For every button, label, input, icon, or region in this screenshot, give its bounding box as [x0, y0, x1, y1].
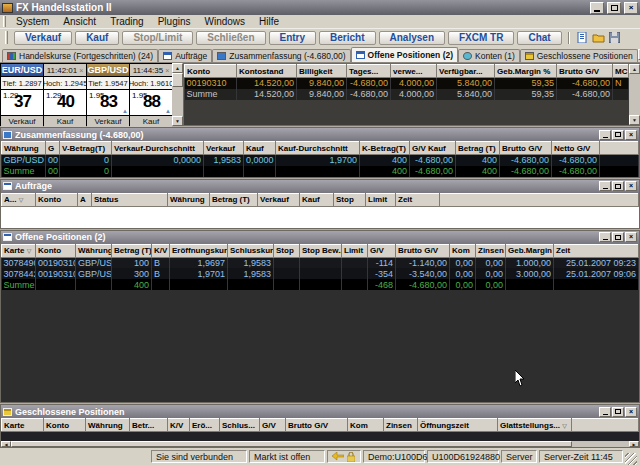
stop-limit-button[interactable]: Stop/Limit: [122, 31, 193, 45]
col-kv[interactable]: K/V: [152, 244, 170, 257]
bericht-button[interactable]: Bericht: [319, 31, 375, 45]
sell-price-button[interactable]: 1.2937: [1, 90, 43, 115]
col-konto[interactable]: Konto: [36, 244, 76, 257]
col-verkauf[interactable]: Verkauf: [258, 193, 300, 206]
col-schluss[interactable]: Schlus...: [220, 419, 260, 432]
minimize-button[interactable]: [599, 407, 611, 417]
col-schlusskurs[interactable]: Schlusskurs: [228, 244, 274, 257]
col-billigkeit[interactable]: Billigkeit: [297, 65, 347, 78]
scroll-down-icon[interactable]: ▼: [629, 115, 640, 125]
scroll-up-icon[interactable]: ▲: [629, 64, 640, 74]
closed-positions-hscrollbar[interactable]: ◀ ▶: [1, 441, 639, 447]
col-a-sort[interactable]: A... ▽: [2, 193, 36, 206]
col-status[interactable]: Status: [92, 193, 168, 206]
col-brutto-gv[interactable]: Brutto G/V: [286, 419, 348, 432]
toolbar-grip[interactable]: [5, 31, 8, 45]
position-row[interactable]: 3078442 00190310 GBP/USD 300 B 1,9701 1,…: [2, 268, 639, 279]
menu-hilfe[interactable]: Hilfe: [252, 16, 286, 27]
col-k-betrag[interactable]: K-Betrag(T): [360, 142, 410, 155]
quote-close-icon[interactable]: ×: [79, 67, 83, 74]
col-brutto-gv[interactable]: Brutto G/V: [500, 142, 552, 155]
col-karte[interactable]: Karte ▽: [2, 244, 36, 257]
minimize-button[interactable]: [590, 2, 604, 14]
col-waehrung[interactable]: Währung: [168, 193, 210, 206]
buy-price-button[interactable]: 1.9588 ▲: [130, 90, 172, 115]
col-oeffnungszeit[interactable]: Öffnungszeit: [418, 419, 498, 432]
col-geb-margin[interactable]: Geb.Margin: [506, 244, 554, 257]
scroll-down-icon[interactable]: ▼: [172, 116, 183, 126]
scroll-left-icon[interactable]: ◀: [1, 441, 11, 447]
col-verkauf[interactable]: Verkauf: [204, 142, 244, 155]
close-button[interactable]: ×: [625, 407, 637, 417]
save-icon[interactable]: [608, 32, 621, 44]
col-stop-bew[interactable]: Stop Bew...: [300, 244, 342, 257]
col-kauf[interactable]: Kauf: [300, 193, 334, 206]
menu-trading[interactable]: Trading: [103, 16, 151, 27]
col-tages[interactable]: Tages...: [347, 65, 391, 78]
tab-offene-positionen[interactable]: Offene Positionen (2): [351, 47, 458, 62]
tab-konten[interactable]: Konten (1): [458, 49, 520, 62]
col-stop[interactable]: Stop: [274, 244, 300, 257]
col-gv[interactable]: G/V: [260, 419, 286, 432]
col-eroeffnung[interactable]: Erö...: [190, 419, 220, 432]
buy-price-button[interactable]: 1.2940: [44, 90, 86, 115]
col-verfuegbar[interactable]: Verfügbar...: [437, 65, 495, 78]
col-kom[interactable]: Kom: [450, 244, 476, 257]
tab-zusammenfassung[interactable]: Zusammenfassung (-4.680,00): [212, 49, 350, 62]
col-waehrung[interactable]: Währung: [2, 142, 46, 155]
col-brutto-gv[interactable]: Brutto G/V: [557, 65, 613, 78]
resize-grip[interactable]: [625, 453, 637, 465]
col-mc[interactable]: MC: [613, 65, 629, 78]
col-verwendet[interactable]: verwe...: [391, 65, 437, 78]
col-verkauf-durchschnitt[interactable]: Verkauf-Durchschnitt: [112, 142, 204, 155]
restore-button[interactable]: [612, 407, 624, 417]
sell-price-button[interactable]: 1.9583 ▲: [87, 90, 129, 115]
tab-geschlossene-positionen[interactable]: Geschlossene Positionen: [520, 49, 638, 62]
summary-row[interactable]: GBP/USD 00 0 0,0000 1,9583 0,0000 1,9700…: [2, 155, 639, 166]
chat-button[interactable]: Chat: [517, 31, 561, 45]
quotes-scrollbar[interactable]: ▲ ▼: [172, 63, 183, 126]
scrollbar-thumb[interactable]: [172, 73, 183, 87]
col-kv[interactable]: K/V: [168, 419, 190, 432]
col-gv-kauf[interactable]: G/V Kauf: [410, 142, 456, 155]
col-a[interactable]: A: [78, 193, 92, 206]
close-button[interactable]: ×: [624, 2, 638, 14]
col-zinsen[interactable]: Zinsen: [476, 244, 506, 257]
menu-plugins[interactable]: Plugins: [151, 16, 198, 27]
col-glattstellung[interactable]: Glattstellungs... ▽: [498, 419, 572, 432]
col-karte[interactable]: Karte: [2, 419, 44, 432]
col-eroeffnungskurs[interactable]: Eröffnungskurs: [170, 244, 228, 257]
menu-system[interactable]: System: [9, 16, 56, 27]
menu-grip[interactable]: [3, 16, 6, 26]
col-kauf-durchschnitt[interactable]: Kauf-Durchschnitt: [276, 142, 360, 155]
col-betrag[interactable]: Betrag (T): [210, 193, 258, 206]
open-folder-icon[interactable]: [592, 32, 605, 44]
fxcm-tr-button[interactable]: FXCM TR: [448, 31, 514, 45]
tab-auftraege[interactable]: Aufträge: [158, 49, 212, 62]
account-row[interactable]: 00190310 14.520,00 9.840,00 -4.680,00 4.…: [185, 78, 629, 89]
col-konto[interactable]: Konto: [36, 193, 78, 206]
col-waehrung[interactable]: Währung: [86, 419, 130, 432]
col-limit[interactable]: Limit: [342, 244, 368, 257]
kauf-button[interactable]: Kauf: [75, 31, 119, 45]
col-brutto-gv[interactable]: Brutto G/V: [396, 244, 450, 257]
col-kauf[interactable]: Kauf: [244, 142, 276, 155]
minimize-button[interactable]: [599, 232, 611, 242]
quote-close-icon[interactable]: ×: [165, 67, 169, 74]
col-konto[interactable]: Konto: [44, 419, 86, 432]
col-gv[interactable]: G/V: [368, 244, 396, 257]
col-betrag[interactable]: Betr...: [130, 419, 168, 432]
restore-button[interactable]: [612, 181, 624, 191]
accounts-scrollbar[interactable]: ▲ ▼: [629, 64, 640, 125]
tab-handelskurse[interactable]: Handelskurse (Fortgeschritten) (24): [2, 49, 158, 62]
restore-button[interactable]: [607, 2, 621, 14]
minimize-button[interactable]: [599, 130, 611, 140]
col-v-betrag[interactable]: V-Betrag(T): [60, 142, 112, 155]
close-button[interactable]: ×: [625, 232, 637, 242]
menu-ansicht[interactable]: Ansicht: [56, 16, 103, 27]
col-stop[interactable]: Stop: [334, 193, 366, 206]
schliessen-button[interactable]: Schließen: [196, 31, 265, 45]
verkauf-button[interactable]: Verkauf: [14, 31, 72, 45]
entry-button[interactable]: Entry: [269, 31, 317, 45]
restore-button[interactable]: [612, 232, 624, 242]
